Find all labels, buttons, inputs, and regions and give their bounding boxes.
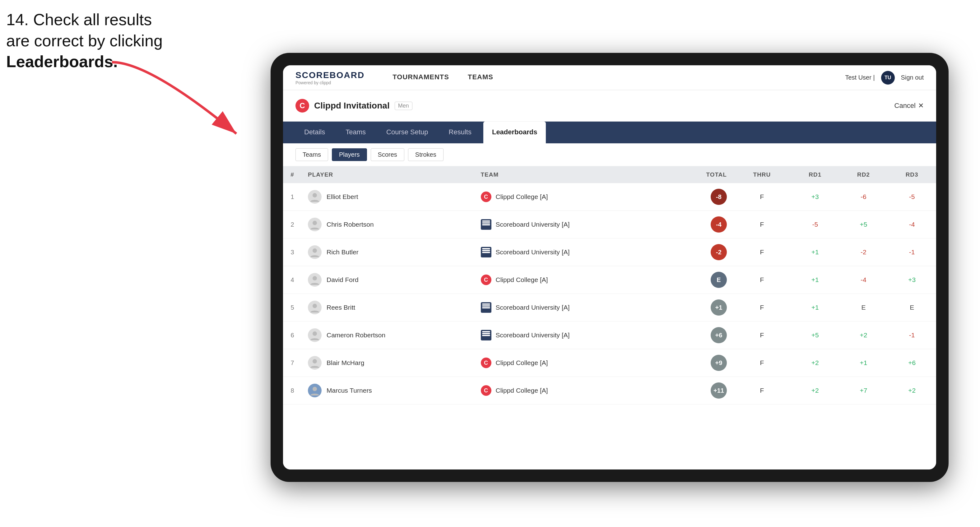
cancel-button[interactable]: Cancel ✕ xyxy=(894,102,924,110)
cell-rd3: -4 xyxy=(888,211,936,238)
app-nav: SCOREBOARD Powered by clippd TOURNAMENTS… xyxy=(283,65,936,90)
cell-rd3: -5 xyxy=(888,183,936,211)
cell-rank: 6 xyxy=(283,322,302,349)
table-header-row: # PLAYER TEAM TOTAL THRU RD1 RD2 RD3 xyxy=(283,166,936,183)
table-row: 4 David FordCClippd College [A]EF+1-4+3 xyxy=(283,266,936,294)
player-avatar xyxy=(308,356,321,370)
cell-team: Scoreboard University [A] xyxy=(475,322,670,349)
app-logo-sub: Powered by clippd xyxy=(296,80,364,85)
cell-rd2: +5 xyxy=(839,211,888,238)
col-rd3: RD3 xyxy=(888,166,936,183)
nav-signout-button[interactable]: Sign out xyxy=(901,74,924,81)
cell-total: -2 xyxy=(669,238,733,266)
svg-point-1 xyxy=(313,193,317,197)
cell-rd1: +2 xyxy=(791,349,839,377)
table-row: 8 Marcus TurnersCClippd College [A]+11F+… xyxy=(283,377,936,405)
player-avatar xyxy=(308,384,321,397)
team-name: Scoreboard University [A] xyxy=(496,304,570,311)
col-rank: # xyxy=(283,166,302,183)
cell-rank: 2 xyxy=(283,211,302,238)
cell-player: Chris Robertson xyxy=(302,211,475,238)
cell-rank: 7 xyxy=(283,349,302,377)
app-logo-title: SCOREBOARD xyxy=(296,70,364,80)
player-name: David Ford xyxy=(326,276,359,284)
cell-rd1: -5 xyxy=(791,211,839,238)
score-badge: +11 xyxy=(711,383,727,398)
col-thru: THRU xyxy=(733,166,791,183)
table-row: 6 Cameron RobertsonScoreboard University… xyxy=(283,322,936,349)
svg-point-5 xyxy=(313,304,317,308)
cell-rd2: +7 xyxy=(839,377,888,405)
team-logo-scoreboard xyxy=(481,247,492,257)
player-name: Chris Robertson xyxy=(326,221,374,228)
player-avatar xyxy=(308,328,321,342)
svg-point-3 xyxy=(313,248,317,253)
tournament-header: C Clippd Invitational Men Cancel ✕ xyxy=(283,90,936,122)
score-badge: +6 xyxy=(711,327,727,343)
leaderboard-table: # PLAYER TEAM TOTAL THRU RD1 RD2 RD3 1 E… xyxy=(283,166,936,470)
nav-user-label: Test User | xyxy=(845,74,875,81)
cell-rd1: +1 xyxy=(791,238,839,266)
player-avatar xyxy=(308,190,321,204)
tab-bar: Details Teams Course Setup Results Leade… xyxy=(283,122,936,143)
cell-rank: 1 xyxy=(283,183,302,211)
cell-total: -4 xyxy=(669,211,733,238)
filter-scores-button[interactable]: Scores xyxy=(371,148,404,161)
cell-rank: 4 xyxy=(283,266,302,294)
score-badge: +1 xyxy=(711,299,727,316)
team-name: Scoreboard University [A] xyxy=(496,221,570,228)
player-avatar xyxy=(308,217,321,231)
tab-teams[interactable]: Teams xyxy=(337,122,374,143)
cell-team: CClippd College [A] xyxy=(475,349,670,377)
cell-team: Scoreboard University [A] xyxy=(475,294,670,322)
cell-total: +1 xyxy=(669,294,733,322)
team-name: Scoreboard University [A] xyxy=(496,248,570,256)
team-logo-scoreboard xyxy=(481,330,492,340)
cell-player: Marcus Turners xyxy=(302,377,475,405)
score-badge: -4 xyxy=(711,216,727,233)
cell-rd3: E xyxy=(888,294,936,322)
filter-bar: Teams Players Scores Strokes xyxy=(283,143,936,166)
cell-team: CClippd College [A] xyxy=(475,266,670,294)
score-badge: +9 xyxy=(711,355,727,371)
tournament-title-row: C Clippd Invitational Men xyxy=(296,99,412,113)
player-name: Cameron Robertson xyxy=(326,332,385,339)
col-team: TEAM xyxy=(475,166,670,183)
cell-rd3: -1 xyxy=(888,238,936,266)
tab-course-setup[interactable]: Course Setup xyxy=(377,122,437,143)
cell-rank: 5 xyxy=(283,294,302,322)
nav-teams[interactable]: TEAMS xyxy=(458,65,503,90)
cell-team: Scoreboard University [A] xyxy=(475,238,670,266)
cell-thru: F xyxy=(733,211,791,238)
cell-player: Elliot Ebert xyxy=(302,183,475,211)
score-badge: -2 xyxy=(711,244,727,260)
col-rd2: RD2 xyxy=(839,166,888,183)
cell-rd1: +5 xyxy=(791,322,839,349)
col-player: PLAYER xyxy=(302,166,475,183)
cell-rd2: +1 xyxy=(839,349,888,377)
filter-teams-button[interactable]: Teams xyxy=(296,148,328,161)
cell-thru: F xyxy=(733,349,791,377)
instruction-arrow xyxy=(87,47,274,171)
tab-details[interactable]: Details xyxy=(296,122,334,143)
cell-total: +11 xyxy=(669,377,733,405)
cell-player: Cameron Robertson xyxy=(302,322,475,349)
filter-players-button[interactable]: Players xyxy=(332,148,367,161)
cell-rd2: -4 xyxy=(839,266,888,294)
nav-tournaments[interactable]: TOURNAMENTS xyxy=(383,65,458,90)
tab-leaderboards[interactable]: Leaderboards xyxy=(483,122,546,143)
cell-rd2: -6 xyxy=(839,183,888,211)
team-logo-clippd: C xyxy=(481,385,492,396)
cell-rd3: +2 xyxy=(888,377,936,405)
tab-results[interactable]: Results xyxy=(440,122,480,143)
cell-team: CClippd College [A] xyxy=(475,377,670,405)
filter-strokes-button[interactable]: Strokes xyxy=(408,148,444,161)
cell-thru: F xyxy=(733,322,791,349)
team-logo-clippd: C xyxy=(481,192,492,202)
cell-rank: 3 xyxy=(283,238,302,266)
svg-point-2 xyxy=(313,221,317,225)
nav-avatar: TU xyxy=(881,71,895,84)
player-name: Rich Butler xyxy=(326,248,359,256)
player-name: Blair McHarg xyxy=(326,359,364,367)
table-row: 2 Chris RobertsonScoreboard University [… xyxy=(283,211,936,238)
